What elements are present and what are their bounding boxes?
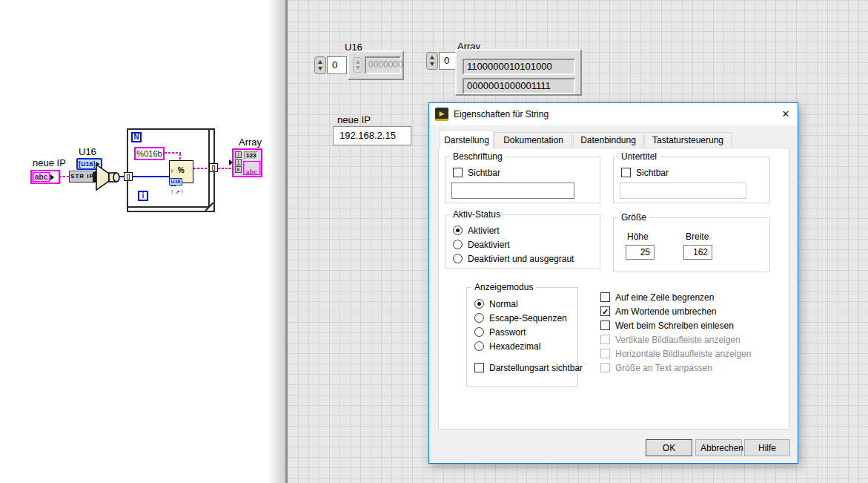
radio-button[interactable]	[474, 341, 484, 351]
checkbox-label: Wert beim Schreiben einlesen	[615, 321, 734, 331]
numeric-glyph: 123	[244, 151, 258, 160]
radio-label: Aktiviert	[468, 226, 500, 236]
bd-loop-count-terminal[interactable]: N	[131, 132, 142, 142]
group-untertitel: Untertitel Sichtbar	[613, 157, 770, 203]
index-k-box: k	[235, 166, 242, 173]
group-anzeigemodus: Anzeigemodus Normal Escape-Sequenzen Pas…	[466, 287, 578, 387]
radio-aktiviert[interactable]: Aktiviert	[453, 225, 500, 236]
checkbox-label: Horizontale Bildlaufleiste anzeigen	[615, 349, 751, 359]
dialog-title: Eigenschaften für String	[454, 109, 549, 119]
properties-dialog: ▶ Eigenschaften für String ✕ Darstellung…	[428, 102, 798, 464]
checkbox-am-wortende-umbrechen[interactable]: Am Wortende umbrechen	[600, 306, 717, 317]
checkbox-label: Auf eine Zeile begrenzen	[615, 292, 714, 303]
abbrechen-button[interactable]: Abbrechen	[695, 439, 742, 456]
bd-array-label: Array	[239, 137, 262, 148]
radio-deaktiviert[interactable]: Deaktiviert	[453, 239, 510, 250]
fp-array-element-0[interactable]: 1100000010101000	[463, 59, 575, 75]
checkbox-box[interactable]	[600, 292, 610, 302]
beschriftung-text-field[interactable]	[451, 183, 574, 199]
checkbox-untertitel-sichtbar[interactable]: Sichtbar	[621, 167, 669, 178]
checkbox-box-disabled	[600, 349, 610, 358]
decrement-icon[interactable]	[430, 62, 434, 66]
fp-neue-ip-label: neue IP	[337, 114, 371, 125]
panel-edge-shadow	[268, 0, 285, 483]
bd-neue-ip-label: neue IP	[33, 157, 66, 168]
fp-array-index-spinner[interactable]	[426, 52, 438, 70]
checkbox-label: Vertikale Bildlaufleiste anzeigen	[615, 335, 741, 345]
format-node-detail: ! ↗ !	[171, 189, 191, 194]
bd-u16-label: U16	[79, 146, 96, 157]
radio-button[interactable]	[453, 226, 463, 235]
fp-neue-ip-value[interactable]: 192.168.2.15	[333, 126, 411, 145]
block-diagram-area: neue IP abc STR IP U16 [U16] N i [] %016…	[0, 0, 285, 483]
index-j-box: j	[235, 159, 242, 165]
fp-u16-element-spinner[interactable]	[353, 57, 362, 73]
checkbox-vertikale-bildlaufleiste: Vertikale Bildlaufleiste anzeigen	[600, 334, 741, 345]
radio-button[interactable]	[474, 327, 484, 337]
increment-icon[interactable]	[356, 60, 360, 64]
increment-icon[interactable]	[318, 60, 322, 64]
radio-button[interactable]	[453, 254, 463, 263]
index-i-box: i	[235, 151, 242, 158]
fp-u16-index-spinner[interactable]	[314, 56, 326, 74]
checkbox-box-disabled	[600, 335, 610, 344]
bd-loop-iteration-terminal[interactable]: i	[138, 191, 148, 201]
checkbox-wert-beim-schreiben-einlesen[interactable]: Wert beim Schreiben einlesen	[600, 320, 734, 331]
decrement-icon[interactable]	[318, 67, 322, 70]
tab-dokumentation[interactable]: Dokumentation	[494, 132, 572, 148]
decrement-icon[interactable]	[356, 66, 360, 70]
checkbox-label: Sichtbar	[636, 168, 669, 178]
checkbox-box[interactable]	[621, 168, 631, 177]
fp-u16-index-value[interactable]: 0	[327, 56, 347, 74]
bd-format-string-constant[interactable]: %016b	[134, 147, 165, 160]
radio-button[interactable]	[474, 299, 484, 309]
format-node-glyph: ⊦	[171, 168, 174, 174]
funnel-cone	[96, 165, 109, 190]
radio-hexadezimal[interactable]: Hexadezimal	[474, 341, 540, 352]
checkbox-groesse-an-text-anpassen: Größe an Text anpassen	[600, 362, 712, 373]
radio-button[interactable]	[474, 313, 484, 323]
hoehe-field[interactable]	[626, 245, 655, 260]
wire-string-5[interactable]	[218, 168, 232, 169]
checkbox-beschriftung-sichtbar[interactable]: Sichtbar	[453, 167, 500, 178]
checkbox-darstellungsart-sichtbar[interactable]: Darstellungsart sichtbar	[474, 362, 583, 373]
wire-string-1[interactable]	[59, 176, 69, 177]
bd-output-tunnel[interactable]: []	[209, 163, 218, 172]
dialog-titlebar[interactable]: ▶ Eigenschaften für String ✕	[429, 103, 798, 125]
bd-array-indicator-terminal[interactable]: i j k 123 abc	[232, 148, 262, 177]
checkbox-box[interactable]	[474, 363, 484, 372]
checkbox-box-disabled	[600, 363, 610, 372]
radio-label: Normal	[489, 299, 518, 309]
bd-neue-ip-terminal[interactable]: abc	[30, 170, 60, 184]
checkbox-box[interactable]	[600, 321, 610, 330]
checkbox-label: Größe an Text anpassen	[615, 363, 712, 373]
tab-datenbindung[interactable]: Datenbindung	[573, 132, 643, 148]
input-arrow-icon	[229, 160, 233, 165]
checkbox-box-checked[interactable]	[600, 306, 610, 316]
increment-icon[interactable]	[430, 56, 434, 59]
fp-u16-element-value[interactable]: 0000000	[365, 56, 401, 74]
fp-array-element-1[interactable]: 0000001000001111	[463, 78, 575, 94]
checkbox-auf-eine-zeile-begrenzen[interactable]: Auf eine Zeile begrenzen	[600, 292, 714, 303]
bd-input-tunnel[interactable]: []	[124, 172, 133, 181]
bd-typecast-funnel-node[interactable]	[92, 162, 122, 192]
ok-button[interactable]: OK	[646, 439, 692, 456]
tab-page-darstellung: Beschriftung Sichtbar Untertitel Sichtba…	[438, 148, 789, 430]
close-icon[interactable]: ✕	[774, 103, 798, 125]
breite-label: Breite	[686, 231, 709, 242]
radio-deaktiviert-ausgegraut[interactable]: Deaktiviert und ausgegraut	[453, 253, 574, 264]
tab-tastatursteuerung[interactable]: Tastatursteuerung	[644, 132, 732, 148]
fp-u16-element-frame[interactable]: 0000000	[348, 50, 404, 80]
radio-normal[interactable]: Normal	[474, 298, 518, 309]
group-title: Anzeigemodus	[471, 282, 536, 292]
checkbox-box[interactable]	[453, 168, 463, 177]
radio-passwort[interactable]: Passwort	[474, 326, 526, 338]
breite-field[interactable]	[683, 245, 712, 260]
hilfe-button[interactable]: Hilfe	[744, 439, 790, 456]
radio-escape-sequenzen[interactable]: Escape-Sequenzen	[474, 312, 567, 323]
tab-darstellung[interactable]: Darstellung	[440, 130, 494, 148]
group-beschriftung: Beschriftung Sichtbar	[445, 157, 600, 203]
radio-label: Escape-Sequenzen	[489, 313, 567, 323]
radio-button[interactable]	[453, 240, 463, 249]
fp-array-frame[interactable]: 1100000010101000 0000001000001111	[455, 49, 582, 96]
